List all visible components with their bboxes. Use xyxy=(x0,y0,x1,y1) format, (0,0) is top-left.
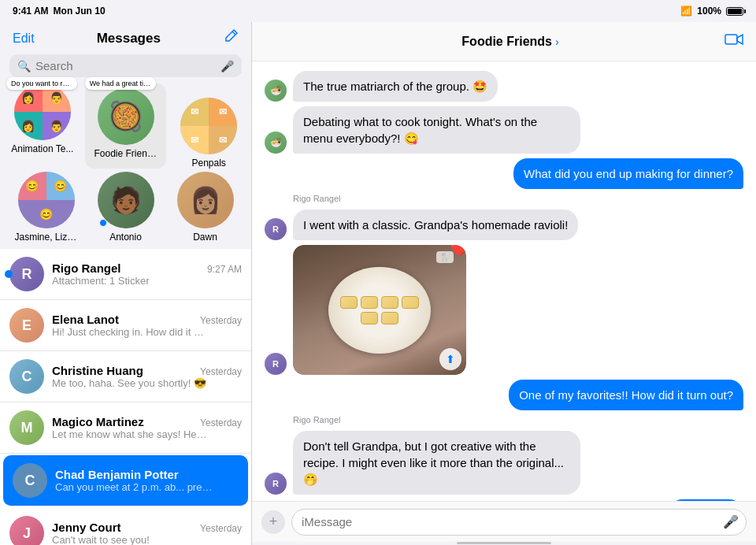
chat-title-wrap[interactable]: Foodie Friends › xyxy=(461,35,558,49)
chevron-icon: › xyxy=(555,35,559,48)
msg-content-chad: Chad Benjamin Potter Can you meet at 2 p… xyxy=(55,468,239,493)
preview-bubble-animation: Do you want to review all the rend... xyxy=(6,77,77,90)
bubble-4: I went with a classic. Grandpa's homemad… xyxy=(293,209,578,240)
mini-avatar-p2: ✉ xyxy=(209,98,237,126)
image-bubble: 🍴 ❤️ ⬆ xyxy=(293,245,466,375)
search-bar: 🔍 🎤 xyxy=(9,54,242,77)
msg-name-jenny: Jenny Court xyxy=(52,521,121,534)
pinned-avatar-foodie: 🥘 xyxy=(98,88,154,145)
msg-name-magico: Magico Martinez xyxy=(52,415,144,428)
chat-messages: 🍜 The true matriarch of the group. 🤩 🍜 D… xyxy=(252,61,756,501)
avatar-elena: E xyxy=(9,308,44,343)
ravioli-4 xyxy=(402,296,419,309)
message-list: R Rigo Rangel 9:27 AM Attachment: 1 Stic… xyxy=(0,249,251,545)
msg-name-chad: Chad Benjamin Potter xyxy=(55,468,179,481)
msg-preview-magico: Let me know what she says! Here's anothe… xyxy=(52,428,209,440)
pinned-avatar-dawn: 👩🏽 xyxy=(177,172,234,228)
status-bar: 9:41 AM Mon Jun 10 📶 100% xyxy=(0,0,756,22)
msg-time-rigo: 9:27 AM xyxy=(207,264,242,275)
battery-label: 100% xyxy=(697,6,721,17)
msg-preview-elena: Hi! Just checking in. How did it go? xyxy=(52,326,209,338)
sender-avatar-5: R xyxy=(265,353,287,375)
msg-row-5: R xyxy=(265,245,743,375)
msg-preview-chad: Can you meet at 2 p.m. ab... presentatio… xyxy=(55,481,213,493)
pinned-name-antonio: Antonio xyxy=(109,232,142,243)
preview-bubble-foodie: We had a great time. Home with... xyxy=(85,77,156,90)
pinned-avatar-penpals: ✉ ✉ ✉ ✉ xyxy=(180,98,237,154)
msg-row-4: R I went with a classic. Grandpa's homem… xyxy=(265,209,743,240)
home-indicator xyxy=(252,542,756,545)
msg-preview-jenny: Can't wait to see you! xyxy=(52,534,209,545)
home-bar xyxy=(457,542,551,544)
pinned-name-penpals: Penpals xyxy=(191,158,225,169)
message-input[interactable] xyxy=(291,509,747,536)
msg-row-3: What did you end up making for dinner? xyxy=(265,158,743,189)
list-item-christine[interactable]: C Christine Huang Yesterday Me too, haha… xyxy=(0,351,251,402)
pinned-item-animation[interactable]: Do you want to review all the rend... 👩 … xyxy=(6,83,79,169)
pinned-item-jasmine[interactable]: 😊 😊 😊 Jasmine, Liz & Rigo xyxy=(6,172,86,243)
search-icon: 🔍 xyxy=(17,60,31,72)
pinned-name-jasmine: Jasmine, Liz & Rigo xyxy=(15,232,78,243)
pinned-item-penpals[interactable]: ✉ ✉ ✉ ✉ Penpals xyxy=(172,83,245,169)
ravioli-3 xyxy=(381,296,398,309)
msg-time-elena: Yesterday xyxy=(200,315,242,326)
pinned-avatar-antonio: 🧑🏾 xyxy=(98,172,154,228)
msg-row-6: One of my favorites!! How did it turn ou… xyxy=(265,380,743,410)
share-button[interactable]: ⬆ xyxy=(439,348,461,370)
list-item-magico[interactable]: M Magico Martinez Yesterday Let me know … xyxy=(0,402,251,454)
msg-row-7: R Don't tell Grandpa, but I got creative… xyxy=(265,431,743,495)
msg-name-elena: Elena Lanot xyxy=(52,313,119,326)
mini-avatar-p4: ✉ xyxy=(209,126,237,154)
msg-time-christine: Yesterday xyxy=(200,366,242,377)
edit-button[interactable]: Edit xyxy=(13,32,35,46)
pinned-name-dawn: Dawn xyxy=(193,232,217,243)
mini-avatar-p3: ✉ xyxy=(180,126,209,154)
chat-title: Foodie Friends xyxy=(461,35,552,49)
pinned-avatar-jasmine: 😊 😊 😊 xyxy=(18,172,75,228)
msg-name-christine: Christine Huang xyxy=(52,364,143,377)
compose-button[interactable] xyxy=(223,28,239,48)
list-item-elena[interactable]: E Elena Lanot Yesterday Hi! Just checkin… xyxy=(0,300,251,351)
msg-content-rigo: Rigo Rangel 9:27 AM Attachment: 1 Sticke… xyxy=(52,261,242,287)
msg-preview-rigo: Attachment: 1 Sticker xyxy=(52,275,209,287)
msg-row-2: 🍜 Debating what to cook tonight. What's … xyxy=(265,106,743,154)
bubble-7: Don't tell Grandpa, but I got creative w… xyxy=(293,431,580,495)
list-item-jenny[interactable]: J Jenny Court Yesterday Can't wait to se… xyxy=(0,508,251,545)
pinned-item-antonio[interactable]: 🧑🏾 Antonio xyxy=(86,172,165,243)
jlr-1: 😊 xyxy=(18,172,46,200)
pinned-row-2: 😊 😊 😊 Jasmine, Liz & Rigo 🧑🏾 xyxy=(6,172,245,243)
right-panel: Foodie Friends › 🍜 The true matriarch of… xyxy=(252,22,756,545)
ravioli-shapes xyxy=(328,291,431,329)
ravioli-2 xyxy=(361,296,378,309)
unread-indicator-rigo xyxy=(5,270,13,278)
time-label: 9:41 AM xyxy=(13,6,49,17)
ravioli-5 xyxy=(361,312,378,324)
msg-time-jenny: Yesterday xyxy=(200,523,242,534)
pinned-name-foodie: Foodie Friends xyxy=(94,148,158,159)
search-input[interactable] xyxy=(35,59,216,72)
video-call-button[interactable] xyxy=(724,32,743,50)
avatar-jenny: J xyxy=(9,516,44,545)
jlr-2: 😊 xyxy=(46,172,75,200)
add-button[interactable]: + xyxy=(261,510,285,534)
bubble-6: One of my favorites!! How did it turn ou… xyxy=(509,380,743,410)
avatar-rigo: R xyxy=(9,257,44,291)
pinned-item-dawn[interactable]: 👩🏽 Dawn xyxy=(165,172,245,243)
list-item-rigo[interactable]: R Rigo Rangel 9:27 AM Attachment: 1 Stic… xyxy=(0,249,251,300)
msg-row-1: 🍜 The true matriarch of the group. 🤩 xyxy=(265,71,743,102)
msg-content-magico: Magico Martinez Yesterday Let me know wh… xyxy=(52,415,242,440)
pinned-item-foodie[interactable]: We had a great time. Home with... 🥘 Food… xyxy=(85,83,167,169)
msg-content-jenny: Jenny Court Yesterday Can't wait to see … xyxy=(52,521,242,545)
mic-icon: 🎤 xyxy=(220,60,234,72)
pinned-avatar-animation: 👩 👨 👩 👨 xyxy=(14,83,71,140)
ravioli-1 xyxy=(340,296,358,309)
input-wrapper: 🎤 xyxy=(291,509,747,536)
compose-icon xyxy=(223,28,239,44)
list-item-chad[interactable]: C Chad Benjamin Potter Can you meet at 2… xyxy=(3,455,248,506)
date-label: Mon Jun 10 xyxy=(54,6,106,17)
msg-name-rigo: Rigo Rangel xyxy=(52,261,121,275)
sender-avatar-7: R xyxy=(265,473,287,495)
messages-header: Edit Messages xyxy=(0,22,251,54)
mini-avatar-4: 👨 xyxy=(43,112,71,140)
input-bar: + 🎤 xyxy=(252,501,756,542)
